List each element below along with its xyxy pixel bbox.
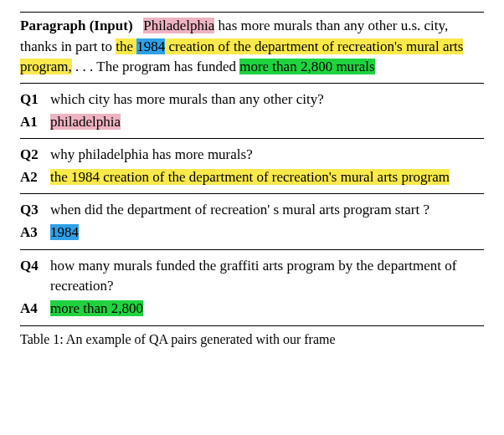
a-text: more than 2,800 [50,299,484,320]
q-text: when did the department of recreation' s… [50,200,484,221]
a4-row: A4 more than 2,800 [20,298,484,320]
a-label: A4 [20,299,50,320]
a1-hl: philadelphia [50,114,121,130]
q-text: which city has more murals than any othe… [50,90,484,110]
a-label: A2 [20,167,50,188]
para-seg-4: . . . The program has funded [72,59,239,74]
q-label: Q4 [20,256,50,297]
a-text: the 1984 creation of the department of r… [50,167,484,188]
a1-row: A1 philadelphia [20,111,484,134]
hl-green-2: 2,800 murals [301,59,375,74]
q-label: Q2 [20,145,50,166]
q1-row: Q1 which city has more murals than any o… [20,89,484,111]
q3-row: Q3 when did the department of recreation… [20,199,484,222]
a-label: A3 [20,223,50,243]
hl-philadelphia: Philadelphia [143,18,214,33]
q-label: Q1 [20,90,50,110]
paragraph-row: Paragraph (Input) Philadelphia has more … [20,13,484,84]
q-text: how many murals funded the graffiti arts… [50,256,484,297]
a2-hl: the 1984 creation of the department of r… [50,169,450,185]
a4-hl: more than 2,800 [50,300,143,316]
hl-yellow-2: creation of the department of recreation… [165,38,439,54]
a-label: A1 [20,112,50,133]
hl-1984: 1984 [136,38,165,54]
qa-block-2: Q2 why philadelphia has more murals? A2 … [20,139,484,194]
q4-row: Q4 how many murals funded the graffiti a… [20,255,484,298]
a-text: 1984 [50,223,484,243]
paragraph-label: Paragraph (Input) [20,18,133,33]
qa-block-1: Q1 which city has more murals than any o… [20,84,484,139]
hl-yellow-1: the [116,38,136,54]
qa-block-4: Q4 how many murals funded the graffiti a… [20,250,484,326]
a2-row: A2 the 1984 creation of the department o… [20,166,484,189]
qa-block-3: Q3 when did the department of recreation… [20,194,484,249]
a3-hl: 1984 [50,224,79,240]
table-caption: Table 1: An example of QA pairs generate… [20,330,484,349]
a-text: philadelphia [50,112,484,133]
a3-row: A3 1984 [20,222,484,244]
q-text: why philadelphia has more murals? [50,145,484,166]
qa-table: Paragraph (Input) Philadelphia has more … [20,12,484,326]
hl-green-1: more than [239,59,301,74]
q-label: Q3 [20,200,50,221]
q2-row: Q2 why philadelphia has more murals? [20,144,484,166]
